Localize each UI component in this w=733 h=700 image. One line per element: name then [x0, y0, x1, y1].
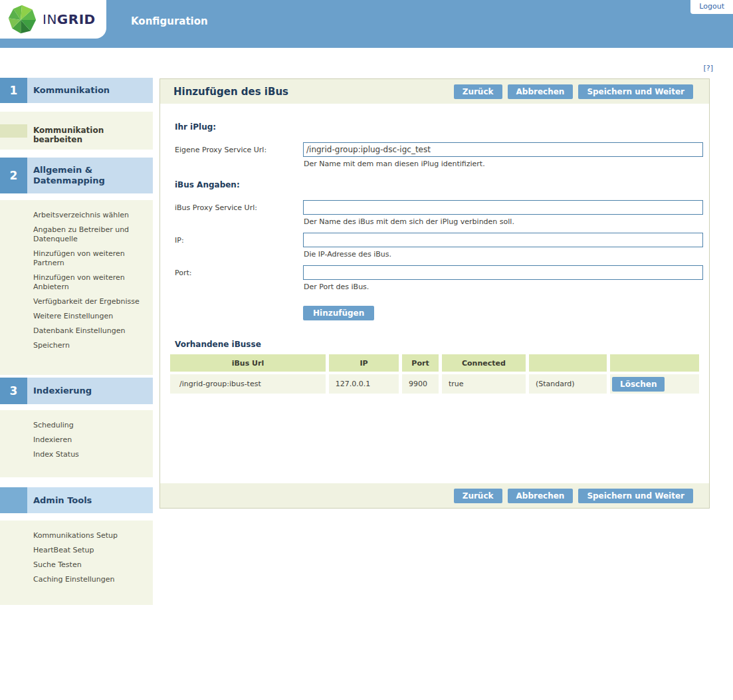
sidebar-item-caching-einstellungen[interactable]: Caching Einstellungen: [33, 575, 148, 584]
eigene-proxy-url-input[interactable]: [303, 142, 703, 157]
back-button-bottom[interactable]: Zurück: [454, 489, 502, 503]
sidebar-item-weitere-partner[interactable]: Hinzufügen von weiteren Partnern: [33, 249, 148, 268]
sidebar-section-kommunikation[interactable]: 1 Kommunikation: [0, 78, 153, 103]
field-port: Port: Der Port des iBus.: [175, 265, 702, 298]
sidebar-item-index-status[interactable]: Index Status: [33, 450, 148, 459]
sidebar-submenu-indexierung: Scheduling Indexieren Index Status: [0, 410, 153, 477]
sidebar-item-suche-testen[interactable]: Suche Testen: [33, 560, 148, 570]
cell-port: 9900: [402, 374, 439, 394]
add-ibus-button[interactable]: Hinzufügen: [303, 306, 374, 320]
main-panel: Hinzufügen des iBus Zurück Abbrechen Spe…: [159, 78, 710, 509]
help-link[interactable]: [?]: [704, 64, 713, 72]
sidebar-item-kommunikation-bearbeiten[interactable]: Kommunikation bearbeiten: [33, 126, 153, 144]
field-label: IP:: [175, 233, 303, 265]
sidebar-item-verfuegbarkeit[interactable]: Verfügbarkeit der Ergebnisse: [33, 297, 148, 306]
ingrid-logo-icon: [7, 3, 37, 35]
column-header-empty: [610, 354, 699, 372]
ibus-table-heading: Vorhandene iBusse: [175, 340, 702, 349]
cancel-button-bottom[interactable]: Abbrechen: [508, 489, 574, 503]
field-eigene-proxy-url: Eigene Proxy Service Url: Der Name mit d…: [175, 142, 702, 175]
section-number: 1: [0, 78, 27, 103]
field-help-text: Der Port des iBus.: [304, 283, 703, 292]
logout-button[interactable]: Logout: [690, 0, 733, 14]
sidebar-item-weitere-anbieter[interactable]: Hinzufügen von weiteren Anbietern: [33, 273, 148, 292]
content-region: [?] 1 Kommunikation Kommunikation bearbe…: [0, 48, 733, 700]
field-ibus-proxy-url: iBus Proxy Service Url: Der Name des iBu…: [175, 200, 702, 233]
panel-toolbar-top: Hinzufügen des iBus Zurück Abbrechen Spe…: [160, 79, 709, 104]
table-header-row: iBus Url IP Port Connected: [170, 354, 699, 372]
sidebar-item-kommunikations-setup[interactable]: Kommunikations Setup: [33, 531, 148, 540]
ibus-section-heading: iBus Angaben:: [175, 180, 702, 189]
save-and-next-button-bottom[interactable]: Speichern und Weiter: [578, 489, 693, 503]
cancel-button[interactable]: Abbrechen: [508, 84, 574, 99]
sidebar-item-heartbeat-setup[interactable]: HeartBeat Setup: [33, 546, 148, 555]
section-number: 3: [0, 378, 27, 404]
sidebar-submenu-allgemein: Arbeitsverzeichnis wählen Angaben zu Bet…: [0, 200, 153, 375]
field-label: Eigene Proxy Service Url:: [175, 142, 303, 175]
column-header-ip: IP: [329, 354, 399, 372]
port-input[interactable]: [303, 265, 703, 280]
active-item-marker: [0, 124, 27, 138]
section-number: [0, 487, 27, 513]
delete-ibus-button[interactable]: Löschen: [612, 377, 665, 392]
sidebar-section-indexierung[interactable]: 3 Indexierung: [0, 378, 153, 404]
sidebar-item-weitere-einstellungen[interactable]: Weitere Einstellungen: [33, 312, 148, 321]
cell-ibus-url: /ingrid-group:ibus-test: [170, 374, 326, 394]
sidebar-section-admin-tools[interactable]: Admin Tools: [0, 487, 153, 513]
sidebar-item-angaben-betreiber[interactable]: Angaben zu Betreiber und Datenquelle: [33, 225, 148, 244]
section-label: Allgemein & Datenmapping: [27, 158, 153, 193]
save-and-next-button[interactable]: Speichern und Weiter: [578, 84, 693, 99]
ip-input[interactable]: [303, 233, 703, 247]
column-header-empty: [529, 354, 607, 372]
panel-body: Ihr iPlug: Eigene Proxy Service Url: Der…: [160, 104, 709, 483]
section-number: 2: [0, 158, 27, 193]
sidebar-item-datenbank-einstellungen[interactable]: Datenbank Einstellungen: [33, 326, 148, 336]
sidebar-item-arbeitsverzeichnis[interactable]: Arbeitsverzeichnis wählen: [33, 211, 148, 220]
cell-connected: true: [442, 374, 526, 394]
app-header: INGRID Konfiguration Logout: [0, 0, 733, 48]
page-title: Konfiguration: [131, 15, 208, 27]
sidebar-item-scheduling[interactable]: Scheduling: [33, 421, 148, 430]
field-ip: IP: Die IP-Adresse des iBus.: [175, 233, 702, 265]
section-label: Admin Tools: [27, 487, 153, 513]
iplug-section-heading: Ihr iPlug:: [175, 122, 702, 132]
panel-title: Hinzufügen des iBus: [173, 86, 288, 98]
ibus-table: iBus Url IP Port Connected /ingrid-group…: [167, 352, 702, 396]
field-help-text: Der Name mit dem man diesen iPlug identi…: [304, 160, 703, 169]
sidebar-active-item-block: Kommunikation bearbeiten: [0, 112, 153, 150]
ibus-proxy-url-input[interactable]: [303, 200, 703, 215]
sidebar-section-allgemein-datenmapping[interactable]: 2 Allgemein & Datenmapping: [0, 158, 153, 193]
cell-ip: 127.0.0.1: [329, 374, 399, 394]
logo-box: INGRID: [0, 0, 106, 39]
sidebar-item-speichern[interactable]: Speichern: [33, 341, 148, 350]
column-header-port: Port: [402, 354, 439, 372]
section-label: Indexierung: [27, 378, 153, 404]
column-header-ibus-url: iBus Url: [170, 354, 326, 372]
field-label: Port:: [175, 265, 303, 298]
field-help-text: Der Name des iBus mit dem sich der iPlug…: [304, 217, 703, 227]
panel-toolbar-bottom: Zurück Abbrechen Speichern und Weiter: [160, 483, 709, 508]
sidebar-item-indexieren[interactable]: Indexieren: [33, 435, 148, 445]
column-header-connected: Connected: [442, 354, 526, 372]
logo-wordmark: INGRID: [43, 11, 96, 27]
section-label: Kommunikation: [27, 78, 153, 103]
table-row: /ingrid-group:ibus-test 127.0.0.1 9900 t…: [170, 374, 699, 394]
field-label: iBus Proxy Service Url:: [175, 200, 303, 233]
sidebar-nav: 1 Kommunikation Kommunikation bearbeiten…: [0, 78, 153, 605]
field-help-text: Die IP-Adresse des iBus.: [304, 250, 703, 259]
cell-standard: (Standard): [529, 374, 607, 394]
sidebar-submenu-admin: Kommunikations Setup HeartBeat Setup Suc…: [0, 521, 153, 605]
back-button[interactable]: Zurück: [454, 84, 502, 99]
